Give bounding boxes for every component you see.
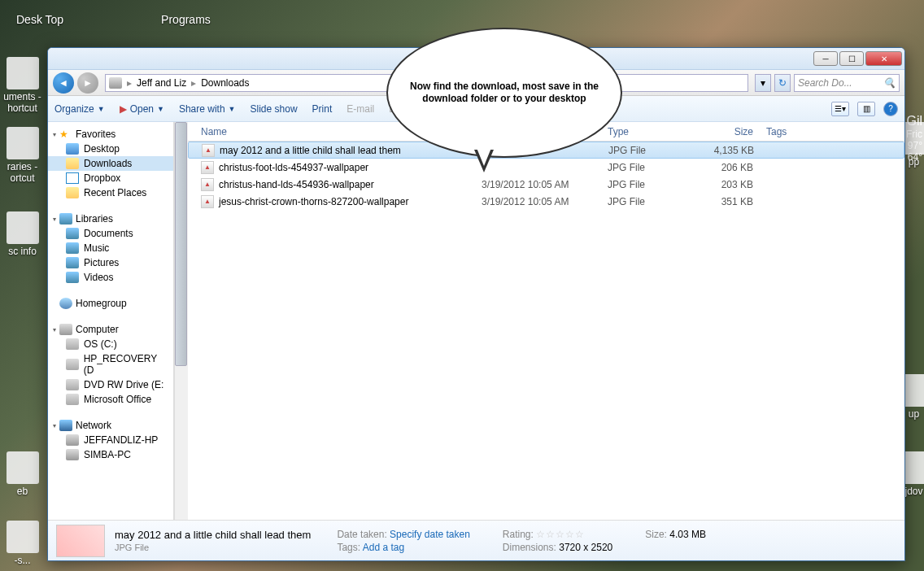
file-type: JPG File [601, 179, 686, 190]
sidebar: ▾★Favorites Desktop Downloads Dropbox Re… [48, 122, 174, 520]
label-programs: Programs [161, 13, 211, 31]
search-icon: 🔍 [883, 77, 896, 89]
rating-stars[interactable]: ☆☆☆☆☆ [536, 529, 585, 540]
file-size: 4,135 KB [687, 145, 761, 156]
computer-header[interactable]: ▾Computer [48, 322, 173, 337]
sidebar-item-office[interactable]: Microsoft Office [48, 392, 173, 407]
sidebar-item-dropbox[interactable]: Dropbox [48, 171, 173, 185]
libraries-icon [59, 213, 72, 224]
desktop-shortcut-eb[interactable]: eb [0, 451, 45, 497]
file-pane: Name Date Type Size Tags ▲may 2012 and a… [188, 122, 904, 520]
breadcrumb[interactable]: Downloads [201, 77, 249, 89]
sidebar-item-music[interactable]: Music [48, 241, 173, 255]
breadcrumb[interactable]: Jeff and Liz [137, 77, 186, 89]
desktop-shortcut-libraries[interactable]: raries - ortcut [0, 127, 45, 184]
print-button[interactable]: Print [312, 103, 333, 115]
sidebar-item-pictures[interactable]: Pictures [48, 255, 173, 270]
date-taken-link[interactable]: Specify date taken [390, 529, 470, 540]
col-tags[interactable]: Tags [760, 126, 825, 137]
forward-button[interactable]: ► [77, 72, 98, 94]
downloads-icon [66, 158, 79, 169]
file-icon [7, 451, 39, 484]
email-button[interactable]: E-mail [346, 103, 374, 115]
file-row[interactable]: ▲jesus-christ-crown-thorns-827200-wallpa… [188, 193, 904, 210]
back-button[interactable]: ◄ [53, 72, 74, 94]
documents-icon [66, 228, 79, 239]
slideshow-button[interactable]: Slide show [251, 103, 298, 115]
pc-icon [66, 449, 79, 460]
office-icon [66, 394, 79, 405]
label-desktop: Desk Top [16, 13, 63, 31]
address-dropdown[interactable]: ▾ [755, 74, 771, 92]
file-row[interactable]: ▲christus-foot-lds-454937-wallpaperJPG F… [188, 159, 904, 176]
search-input[interactable]: Search Do... 🔍 [794, 74, 900, 92]
sidebar-item-downloads[interactable]: Downloads [48, 156, 173, 171]
minimize-button[interactable]: ─ [813, 51, 838, 66]
videos-icon [66, 272, 79, 283]
col-size[interactable]: Size [686, 126, 760, 137]
libraries-header[interactable]: ▾Libraries [48, 211, 173, 226]
help-button[interactable]: ? [883, 102, 898, 116]
desktop-shortcut-scinfo[interactable]: sc info [0, 211, 45, 257]
organize-button[interactable]: Organize▼ [54, 103, 105, 115]
drive-icon [66, 338, 79, 350]
preview-pane-button[interactable]: ▥ [857, 102, 875, 116]
callout-text: Now find the download, most save in the … [404, 81, 604, 105]
add-tag-link[interactable]: Add a tag [363, 542, 404, 553]
sidebar-item-videos[interactable]: Videos [48, 270, 173, 285]
file-size: 206 KB [686, 162, 760, 173]
network-header[interactable]: ▾Network [48, 418, 173, 433]
dimensions-value: 3720 x 2520 [559, 542, 612, 553]
favorites-header[interactable]: ▾★Favorites [48, 127, 173, 142]
file-size: 351 KB [686, 196, 760, 207]
file-date: 3/19/2012 10:05 AM [475, 196, 601, 207]
folder-icon [7, 57, 39, 89]
folder-icon [7, 127, 39, 159]
sidebar-item-dvd[interactable]: DVD RW Drive (E: [48, 377, 173, 392]
file-row[interactable]: ▲christus-hand-lds-454936-wallpaper3/19/… [188, 176, 904, 193]
sidebar-scrollbar[interactable] [174, 122, 188, 520]
maximize-button[interactable]: ☐ [839, 51, 864, 66]
desktop-shortcut-documents[interactable]: uments - hortcut [0, 57, 45, 114]
homegroup-header[interactable]: ▾Homegroup [48, 296, 173, 311]
sidebar-item-simba[interactable]: SIMBA-PC [48, 447, 173, 462]
sidebar-item-recovery[interactable]: HP_RECOVERY (D [48, 351, 173, 377]
instruction-callout: Now find the download, most save in the … [386, 28, 622, 158]
folder-icon [66, 187, 79, 198]
scrollbar-thumb[interactable] [175, 122, 187, 366]
desktop-shortcut-s[interactable]: -s... [0, 521, 45, 566]
desktop-icon [66, 143, 79, 155]
computer-icon [59, 324, 72, 335]
callout-tail-icon [474, 150, 494, 172]
file-name: may 2012 and a little child shall lead t… [220, 145, 401, 156]
weather-gadget[interactable]: Gil Fric 97° 64° [906, 114, 922, 163]
dropbox-icon [66, 172, 79, 184]
jpg-icon: ▲ [202, 144, 215, 157]
star-icon: ★ [59, 129, 72, 140]
file-size: 203 KB [686, 179, 760, 190]
sidebar-item-recent[interactable]: Recent Places [48, 185, 173, 200]
sidebar-item-jeffandliz[interactable]: JEFFANDLIZ-HP [48, 433, 173, 447]
open-button[interactable]: ▶Open▼ [120, 103, 164, 115]
drive-icon [66, 359, 79, 370]
share-button[interactable]: Share with▼ [179, 103, 236, 115]
size-value: 4.03 MB [669, 529, 706, 540]
file-date: 3/19/2012 10:05 AM [475, 179, 601, 190]
details-filename: may 2012 and a little child shall lead t… [115, 529, 311, 541]
file-list: ▲may 2012 and a little child shall lead … [188, 142, 904, 520]
close-button[interactable]: ✕ [865, 51, 902, 66]
refresh-button[interactable]: ↻ [774, 74, 791, 92]
file-type: JPG File [601, 162, 686, 173]
file-name: christus-hand-lds-454936-wallpaper [219, 179, 374, 190]
sidebar-item-desktop[interactable]: Desktop [48, 142, 173, 156]
music-icon [66, 242, 79, 254]
jpg-icon: ▲ [201, 195, 214, 208]
sidebar-item-documents[interactable]: Documents [48, 226, 173, 241]
jpg-icon: ▲ [201, 161, 214, 174]
sidebar-item-osc[interactable]: OS (C:) [48, 337, 173, 351]
view-button[interactable]: ☰▾ [831, 102, 849, 116]
computer-icon [109, 77, 122, 89]
file-icon [7, 521, 39, 553]
search-placeholder: Search Do... [798, 77, 852, 89]
file-name: christus-foot-lds-454937-wallpaper [219, 162, 368, 173]
